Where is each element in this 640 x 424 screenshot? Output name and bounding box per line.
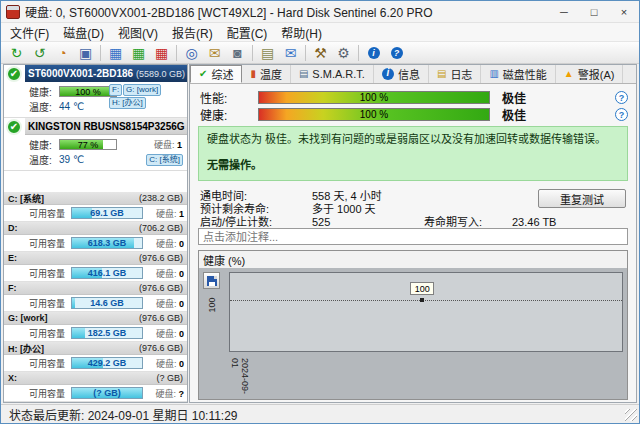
refresh-icon: ↻ (11, 46, 23, 60)
save-chart-button[interactable] (203, 272, 220, 289)
health-label: 健康: (29, 84, 59, 99)
toolbar-separator (305, 45, 306, 61)
partition-item-4[interactable]: G: [work](976.6 GB)可用容量182.5 GB硬盘: 0 (4, 312, 187, 342)
free-space-value: 429.2 GB (72, 358, 142, 368)
tab-temperature[interactable]: ▮温度 (242, 65, 291, 83)
surface-test-icon-button[interactable]: ◎ (180, 43, 203, 63)
resize-grip[interactable] (625, 409, 637, 421)
temperature-chart-icon-button[interactable]: ▦ (104, 43, 127, 63)
partition-size: (976.6 GB) (139, 283, 183, 293)
disk-number-badge: 硬盘: ? (155, 387, 187, 400)
minimize-button[interactable]: ─ (549, 1, 579, 22)
free-space-value: (? GB) (72, 388, 142, 398)
toolbar-separator (100, 45, 101, 61)
partition-item-5[interactable]: H: [办公](976.6 GB)可用容量429.2 GB硬盘: 0 (4, 342, 187, 372)
window-title: 硬盘: 0, ST6000VX001-2BD186 [WCT49XL2] - H… (25, 3, 433, 20)
comment-input[interactable] (198, 228, 628, 245)
performance-help-icon[interactable]: ? (615, 91, 628, 104)
refresh-icon-button[interactable]: ↻ (5, 43, 28, 63)
title-bar[interactable]: 硬盘: 0, ST6000VX001-2BD186 [WCT49XL2] - H… (1, 1, 639, 23)
error-chart-icon-button[interactable]: ▦ (150, 43, 173, 63)
partition-header: E:(976.6 GB) (4, 252, 187, 265)
menu-item-disk[interactable]: 磁盘(D) (56, 22, 111, 43)
toolbar-separator (252, 45, 253, 61)
free-space-label: 可用容量 (29, 387, 71, 400)
maximize-button[interactable]: □ (579, 1, 609, 22)
temperature-chart-icon: ▦ (109, 46, 122, 60)
settings-gear-icon-button[interactable]: ⚙ (332, 43, 355, 63)
send-mail-icon-button[interactable]: ✉ (279, 43, 302, 63)
stat-value: 558 天, 4 小时 (312, 190, 424, 202)
tab-overview[interactable]: ✔综述 (190, 65, 242, 83)
disk-header: KINGSTON RBUSNS8154P3256G (238.5 GB) (25, 118, 187, 135)
disk-status-ok-icon: ✔ (6, 66, 22, 82)
free-space-value: 69.1 GB (72, 208, 142, 218)
temperature-value: 39 ℃ (59, 154, 84, 165)
disk-number-label: 硬盘: (156, 329, 177, 339)
partition-size: (706.2 GB) (139, 223, 183, 233)
surface-test-icon: ◎ (185, 46, 197, 60)
partition-name: C: [系统] (8, 192, 44, 205)
tab-label: 信息 (398, 66, 420, 82)
free-space-label: 可用容量 (29, 327, 71, 340)
retest-button[interactable]: 重复测试 (538, 189, 626, 208)
performance-percent: 100 % (259, 92, 489, 103)
tab-log[interactable]: ▤日志 (429, 65, 481, 83)
performance-row: 性能: 100 % 极佳 ? (200, 90, 628, 104)
free-space-bar: 429.2 GB (71, 357, 143, 369)
email-report-icon-button[interactable]: ✉ (203, 43, 226, 63)
rescan-disks-icon-button[interactable]: ↺ (28, 43, 51, 63)
free-space-label: 可用容量 (29, 267, 71, 280)
menu-item-config[interactable]: 配置(C) (220, 22, 275, 43)
partition-header: C: [系统](238.2 GB) (4, 192, 187, 205)
chart-plot[interactable]: 100 (229, 272, 623, 352)
tab-label: 温度 (260, 66, 282, 82)
quick-test-gauge-icon-button[interactable]: ◔ (51, 43, 74, 63)
disk-header: ST6000VX001-2BD186 (5589.0 GB) 硬盘: 0 (25, 65, 187, 82)
partition-item-7[interactable]: Y:(? GB)可用容量(? GB)硬盘: ? (4, 402, 187, 403)
error-chart-icon: ▦ (155, 46, 168, 60)
chart-title: 健康 (%) (203, 255, 245, 267)
free-space-value: 182.5 GB (72, 328, 142, 338)
partition-item-6[interactable]: X:(? GB)可用容量(? GB)硬盘: ? (4, 372, 187, 402)
health-bar: 100 % (258, 108, 490, 121)
health-chart-icon-button[interactable]: ▦ (127, 43, 150, 63)
tab-label: 日志 (450, 66, 472, 82)
disk0-volumes: F:G: [work]H: [办公] (109, 84, 185, 109)
menu-item-help[interactable]: 帮助(H) (274, 22, 329, 43)
partition-name: E: (8, 253, 17, 263)
info-icon-button[interactable]: i (362, 43, 385, 63)
partition-row: 可用容量618.3 GB硬盘: 0 (4, 235, 187, 251)
menu-item-report[interactable]: 报告(R) (165, 22, 220, 43)
report-document-icon-button[interactable]: ▤ (256, 43, 279, 63)
partition-size: (976.6 GB) (139, 253, 183, 263)
help-icon: ? (391, 47, 403, 59)
screenshot-icon-button[interactable]: ◙ (226, 43, 249, 63)
partition-item-1[interactable]: D:(706.2 GB)可用容量618.3 GB硬盘: 0 (4, 222, 187, 252)
partition-item-3[interactable]: F:(976.6 GB)可用容量14.6 GB硬盘: 0 (4, 282, 187, 312)
disk-sidebar: ✔ ST6000VX001-2BD186 (5589.0 GB) 硬盘: 0 健… (3, 64, 188, 403)
stat-value: 23.46 TB (512, 216, 556, 228)
partition-item-0[interactable]: C: [系统](238.2 GB)可用容量69.1 GB硬盘: 1 (4, 192, 187, 222)
disk-item-0[interactable]: ✔ ST6000VX001-2BD186 (5589.0 GB) 硬盘: 0 健… (4, 65, 187, 118)
tab-alerts[interactable]: ▲警报(A) (556, 65, 624, 83)
partition-row: 可用容量429.2 GB硬盘: 0 (4, 355, 187, 371)
disk-item-1[interactable]: ✔ KINGSTON RBUSNS8154P3256G (238.5 GB) 健… (4, 118, 187, 171)
disk-number-badge: 硬盘: 0 (156, 267, 187, 280)
health-help-icon[interactable]: ? (615, 108, 628, 121)
disk-number-value: 0 (179, 329, 184, 339)
partition-item-2[interactable]: E:(976.6 GB)可用容量416.1 GB硬盘: 0 (4, 252, 187, 282)
tab-information[interactable]: i信息 (374, 65, 429, 83)
menu-item-view[interactable]: 视图(V) (111, 22, 165, 43)
partition-header: X:(? GB) (4, 372, 187, 385)
toolbar-separator (176, 45, 177, 61)
menu-item-file[interactable]: 文件(F) (3, 22, 56, 43)
help-icon-button[interactable]: ? (385, 43, 408, 63)
system-monitor-icon-button[interactable]: ▣ (74, 43, 97, 63)
tools-icon-button[interactable]: ⚒ (309, 43, 332, 63)
tab-disk-performance[interactable]: ▥磁盘性能 (481, 65, 555, 83)
close-button[interactable]: × (609, 1, 639, 22)
tab-smart[interactable]: ▤S.M.A.R.T. (291, 65, 374, 83)
free-space-bar: 618.3 GB (71, 237, 143, 249)
partition-name: G: [work] (8, 313, 48, 323)
